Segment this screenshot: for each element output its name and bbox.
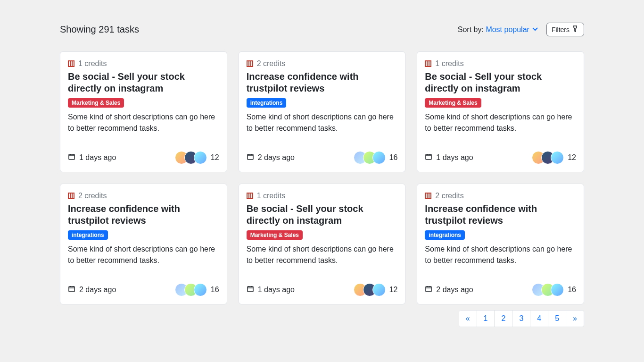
task-card[interactable]: 2 credits Increase confidence with trust… [239, 51, 406, 172]
card-footer: 1 days ago 12 [247, 283, 398, 296]
category-badge: integrations [247, 98, 287, 108]
sort-dropdown[interactable]: Most popular [486, 25, 539, 34]
card-body: 1 credits Be social - Sell your stock di… [247, 192, 398, 276]
avatar-stack [354, 151, 386, 164]
svg-rect-2 [426, 154, 431, 160]
avatar-count: 12 [389, 286, 398, 294]
avatar-count: 16 [211, 286, 219, 294]
card-body: 2 credits Increase confidence with trust… [247, 59, 398, 143]
category-badge: integrations [68, 230, 108, 240]
header-row: Showing 291 tasks Sort by: Most popular … [60, 23, 584, 36]
svg-rect-5 [426, 286, 431, 292]
task-grid: 1 credits Be social - Sell your stock di… [60, 51, 584, 304]
task-card[interactable]: 2 credits Increase confidence with trust… [417, 184, 584, 304]
credits-row: 2 credits [425, 192, 576, 200]
pagination-prev[interactable]: « [459, 310, 477, 327]
credits-text: 1 credits [435, 59, 463, 68]
pagination: «12345» [459, 310, 584, 327]
card-title: Increase confidence with trustpilot revi… [425, 203, 576, 227]
avatar [551, 151, 564, 164]
avatar-stack [532, 151, 564, 164]
avatar-stack [175, 283, 207, 296]
calendar-icon [247, 153, 254, 162]
credits-text: 1 credits [257, 192, 285, 200]
card-description: Some kind of short descriptions can go h… [68, 111, 219, 134]
date-group: 2 days ago [68, 285, 116, 295]
date-group: 1 days ago [68, 153, 116, 162]
credits-icon [425, 193, 431, 199]
date-group: 1 days ago [247, 285, 295, 295]
category-badge: Marketing & Sales [68, 98, 124, 108]
task-card[interactable]: 1 credits Be social - Sell your stock di… [60, 51, 227, 172]
filter-icon [571, 25, 579, 34]
filters-button[interactable]: Filters [546, 23, 584, 36]
date-group: 2 days ago [247, 153, 295, 162]
card-body: 1 credits Be social - Sell your stock di… [425, 59, 576, 143]
avatar-stack [175, 151, 207, 164]
avatar [194, 151, 207, 164]
credits-text: 1 credits [78, 59, 107, 68]
credits-row: 1 credits [425, 59, 576, 68]
avatars-group: 12 [354, 283, 398, 296]
calendar-icon [425, 285, 432, 295]
credits-icon [247, 60, 253, 67]
sort-group: Sort by: Most popular [458, 25, 539, 34]
card-body: 1 credits Be social - Sell your stock di… [68, 59, 219, 143]
card-title: Increase confidence with trustpilot revi… [68, 203, 219, 227]
credits-row: 2 credits [68, 192, 219, 200]
card-footer: 1 days ago 12 [425, 151, 576, 164]
date-text: 1 days ago [258, 286, 295, 294]
pagination-page[interactable]: 3 [512, 310, 530, 327]
sort-label: Sort by: [458, 25, 484, 34]
credits-icon [425, 60, 431, 67]
avatar-count: 16 [568, 286, 576, 294]
chevron-down-icon [531, 25, 539, 34]
credits-text: 2 credits [435, 192, 463, 200]
card-footer: 1 days ago 12 [68, 151, 219, 164]
avatars-group: 16 [354, 151, 398, 164]
calendar-icon [68, 153, 75, 162]
filters-label: Filters [552, 26, 570, 34]
avatars-group: 12 [175, 151, 219, 164]
pagination-next[interactable]: » [566, 310, 584, 327]
card-body: 2 credits Increase confidence with trust… [425, 192, 576, 276]
credits-text: 2 credits [78, 192, 107, 200]
date-text: 2 days ago [436, 286, 473, 294]
date-text: 2 days ago [79, 286, 116, 294]
svg-rect-4 [248, 286, 253, 292]
task-card[interactable]: 2 credits Increase confidence with trust… [60, 184, 227, 304]
date-text: 1 days ago [79, 153, 116, 162]
avatar-stack [354, 283, 386, 296]
card-description: Some kind of short descriptions can go h… [247, 111, 398, 134]
pagination-page[interactable]: 5 [548, 310, 566, 327]
page-title: Showing 291 tasks [60, 24, 139, 35]
card-description: Some kind of short descriptions can go h… [68, 244, 219, 266]
avatars-group: 12 [532, 151, 576, 164]
svg-rect-0 [69, 154, 74, 160]
date-text: 2 days ago [258, 153, 295, 162]
sort-value: Most popular [486, 25, 529, 34]
avatar-stack [532, 283, 564, 296]
card-footer: 2 days ago 16 [425, 283, 576, 296]
card-footer: 2 days ago 16 [247, 151, 398, 164]
task-card[interactable]: 1 credits Be social - Sell your stock di… [417, 51, 584, 172]
credits-icon [68, 193, 74, 199]
avatars-group: 16 [532, 283, 576, 296]
credits-text: 2 credits [257, 59, 285, 68]
avatars-group: 16 [175, 283, 219, 296]
avatar-count: 12 [211, 153, 219, 162]
pagination-page[interactable]: 2 [494, 310, 512, 327]
calendar-icon [247, 285, 254, 295]
task-card[interactable]: 1 credits Be social - Sell your stock di… [239, 184, 406, 304]
pagination-page[interactable]: 1 [477, 310, 495, 327]
pagination-page[interactable]: 4 [530, 310, 548, 327]
date-group: 1 days ago [425, 153, 473, 162]
avatar [372, 283, 386, 296]
credits-row: 2 credits [247, 59, 398, 68]
avatar [551, 283, 564, 296]
calendar-icon [425, 153, 432, 162]
svg-rect-3 [69, 286, 74, 292]
svg-rect-1 [248, 154, 253, 160]
card-description: Some kind of short descriptions can go h… [425, 244, 576, 266]
credits-icon [68, 60, 74, 67]
